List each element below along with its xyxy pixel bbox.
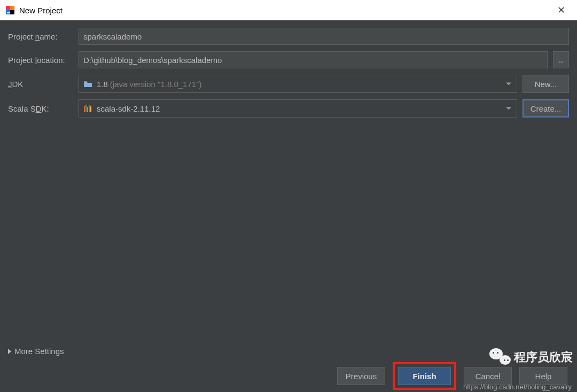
svg-rect-7 xyxy=(87,107,88,112)
jdk-label: JDK xyxy=(8,80,73,89)
project-location-label: Project location: xyxy=(8,56,73,65)
more-settings-toggle[interactable]: More Settings xyxy=(8,347,64,356)
footer: Previous Finish Cancel Help xyxy=(0,360,577,392)
more-settings-label: More Settings xyxy=(14,347,64,356)
content-area: Project name: Project location: ... JDK … xyxy=(0,20,577,117)
finish-highlight: Finish xyxy=(393,362,456,390)
svg-rect-1 xyxy=(6,6,10,10)
window-title: New Project xyxy=(19,6,63,15)
svg-rect-8 xyxy=(89,105,90,112)
scala-sdk-value: scala-sdk-2.11.12 xyxy=(97,104,160,113)
create-scala-sdk-button[interactable]: Create... xyxy=(523,99,569,117)
new-jdk-label: New... xyxy=(535,80,557,89)
svg-rect-2 xyxy=(10,6,14,10)
new-jdk-button[interactable]: New... xyxy=(523,75,569,93)
browse-location-button[interactable]: ... xyxy=(553,51,569,68)
folder-icon xyxy=(83,80,92,88)
scala-sdk-row: Scala SDK: scala-sdk-2.11.12 Create... xyxy=(8,99,569,117)
svg-rect-4 xyxy=(7,12,10,13)
help-button[interactable]: Help xyxy=(519,367,567,385)
library-icon xyxy=(83,105,92,113)
jdk-row: JDK 1.8 (java version "1.8.0_171") New..… xyxy=(8,75,569,93)
project-location-row: Project location: ... xyxy=(8,51,569,68)
jdk-dropdown[interactable]: 1.8 (java version "1.8.0_171") xyxy=(79,75,517,93)
svg-rect-5 xyxy=(84,106,85,112)
intellij-icon xyxy=(5,5,15,15)
project-location-input[interactable] xyxy=(79,51,548,68)
chevron-down-icon xyxy=(506,107,511,110)
project-name-input[interactable] xyxy=(79,28,569,45)
chevron-down-icon xyxy=(506,83,511,85)
scala-sdk-dropdown[interactable]: scala-sdk-2.11.12 xyxy=(79,99,517,117)
cancel-button[interactable]: Cancel xyxy=(464,367,512,385)
project-name-row: Project name: xyxy=(8,28,569,45)
jdk-value: 1.8 xyxy=(97,80,108,89)
triangle-right-icon xyxy=(8,349,11,354)
jdk-hint: (java version "1.8.0_171") xyxy=(110,80,202,89)
project-name-label: Project name: xyxy=(8,32,73,41)
close-button[interactable]: ✕ xyxy=(550,4,572,16)
svg-rect-6 xyxy=(85,105,87,112)
finish-button[interactable]: Finish xyxy=(398,367,451,385)
svg-rect-9 xyxy=(90,106,91,112)
previous-button[interactable]: Previous xyxy=(337,367,385,385)
scala-sdk-label: Scala SDK: xyxy=(8,104,73,113)
titlebar: New Project ✕ xyxy=(0,0,577,20)
titlebar-left: New Project xyxy=(5,5,63,15)
create-scala-sdk-label: Create... xyxy=(531,104,562,113)
